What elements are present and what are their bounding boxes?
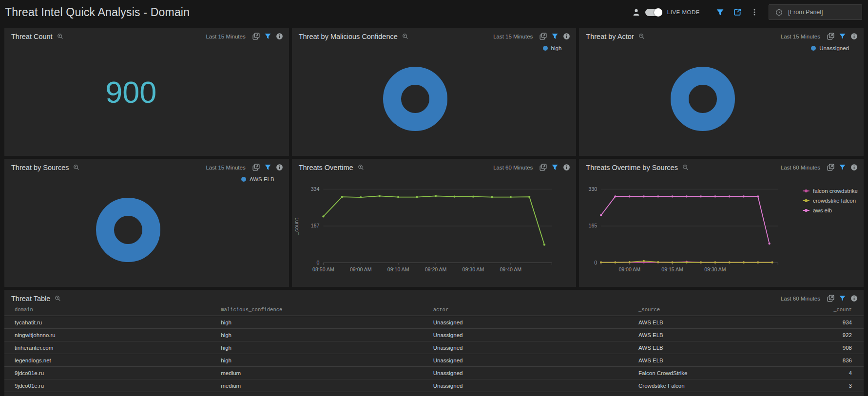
share-icon[interactable] [733, 8, 742, 17]
panel-threat-by-sources: Threat by Sources Last 15 Minutes AWS EL… [4, 159, 289, 287]
info-icon[interactable] [850, 164, 858, 171]
chart-legend[interactable]: high [543, 45, 562, 51]
open-in-new-panel-icon[interactable] [827, 164, 834, 171]
info-icon[interactable] [850, 295, 858, 302]
threat-table-header-row: domainmalicious_confidenceactor_source_c… [4, 303, 864, 316]
zoom-in-icon[interactable] [638, 33, 645, 39]
filter-icon[interactable] [551, 164, 559, 171]
more-options-icon[interactable] [751, 8, 758, 16]
dashboard-title: Threat Intel Quick Analysis - Domain [5, 6, 190, 19]
zoom-in-icon[interactable] [402, 33, 408, 39]
column-header-domain[interactable]: domain [4, 303, 221, 316]
zoom-in-icon[interactable] [55, 295, 61, 302]
table-cell: tycahatit.ru [4, 316, 221, 329]
clock-icon [775, 9, 783, 16]
svg-text:09:30 AM: 09:30 AM [462, 266, 484, 272]
table-cell: Unassigned [433, 354, 638, 367]
table-row[interactable]: legendlogs.nethighUnassignedAWS ELB836 [4, 354, 864, 367]
panel-title: Threat by Malicious Confidence [299, 33, 398, 40]
table-cell: 922 [805, 329, 864, 341]
legend-swatch [803, 200, 810, 201]
panel-title: Threat Table [11, 295, 50, 302]
info-icon[interactable] [850, 33, 858, 40]
info-icon[interactable] [563, 33, 570, 40]
column-header-_count[interactable]: _count [805, 303, 864, 316]
legend-item[interactable]: falcon crowdstrike [803, 188, 858, 194]
column-header-malicious_confidence[interactable]: malicious_confidence [221, 303, 433, 316]
table-row[interactable]: tinheranter.comhighUnassignedAWS ELB908 [4, 341, 864, 354]
filter-icon[interactable] [264, 33, 271, 40]
donut-chart[interactable] [671, 67, 735, 131]
svg-text:09:30 AM: 09:30 AM [704, 266, 726, 272]
open-in-new-panel-icon[interactable] [540, 33, 547, 40]
table-row[interactable]: tycahatit.ruhighUnassignedAWS ELB934 [4, 316, 864, 329]
svg-text:0: 0 [595, 260, 598, 265]
chart-legend[interactable]: AWS ELB [241, 176, 274, 182]
zoom-in-icon[interactable] [73, 164, 79, 170]
filter-icon[interactable] [264, 164, 271, 171]
svg-text:09:15 AM: 09:15 AM [662, 266, 683, 272]
table-row[interactable]: 9jdco01e.rumediumUnassignedFalcon CrowdS… [4, 367, 864, 379]
table-cell: AWS ELB [638, 354, 805, 367]
column-header-_source[interactable]: _source [638, 303, 805, 316]
column-header-actor[interactable]: actor [433, 303, 638, 316]
info-icon[interactable] [276, 164, 283, 171]
table-cell: Unassigned [433, 367, 638, 379]
filter-icon[interactable] [551, 33, 559, 40]
live-mode-toggle[interactable] [645, 9, 662, 16]
info-icon[interactable] [563, 164, 570, 171]
table-cell: legendlogs.net [4, 354, 221, 367]
svg-text:330: 330 [589, 186, 598, 192]
chart-legend: falcon crowdstrikecrowdstike falconaws e… [803, 188, 858, 213]
svg-text:09:00 AM: 09:00 AM [350, 266, 372, 272]
open-in-new-panel-icon[interactable] [252, 33, 260, 40]
zoom-in-icon[interactable] [358, 164, 364, 170]
legend-item[interactable]: aws elb [803, 207, 858, 213]
legend-label: falcon crowdstrike [813, 188, 858, 194]
legend-label: Unassigned [819, 45, 849, 51]
legend-label: aws elb [813, 207, 832, 213]
info-icon[interactable] [276, 33, 283, 40]
open-in-new-panel-icon[interactable] [827, 33, 834, 40]
legend-label: AWS ELB [250, 176, 274, 182]
legend-swatch [803, 210, 810, 211]
time-range-label: Last 15 Minutes [206, 165, 245, 170]
zoom-in-icon[interactable] [57, 33, 63, 39]
threat-table: domainmalicious_confidenceactor_source_c… [4, 303, 864, 396]
table-cell: 934 [805, 316, 864, 329]
panel-threat-by-actor: Threat by Actor Last 15 Minutes Unassign… [579, 28, 864, 156]
svg-text:09:20 AM: 09:20 AM [424, 266, 446, 272]
donut-chart[interactable] [383, 67, 447, 131]
legend-item[interactable]: crowdstike falcon [803, 198, 858, 204]
open-in-new-panel-icon[interactable] [540, 164, 547, 171]
top-bar-controls: LIVE MODE [From Panel] [632, 4, 862, 20]
open-in-new-panel-icon[interactable] [252, 164, 260, 171]
threats-overtime-line-chart[interactable]: 0167334_count08:50 AM09:00 AM09:10 AM09:… [292, 172, 577, 287]
user-icon[interactable] [632, 8, 640, 17]
legend-dot [811, 46, 816, 51]
zoom-in-icon[interactable] [682, 164, 689, 170]
open-in-new-panel-icon[interactable] [827, 295, 834, 302]
table-row[interactable]: 9jdco01e.rumediumUnassignedCrowdstike Fa… [4, 379, 864, 392]
filter-icon[interactable] [839, 295, 846, 302]
chart-legend[interactable]: Unassigned [811, 45, 849, 51]
table-cell: medium [221, 379, 433, 392]
table-row[interactable]: ningwitjohnno.ruhighUnassignedAWS ELB922 [4, 329, 864, 341]
time-range-selector[interactable]: [From Panel] [769, 4, 862, 20]
table-cell: AWS ELB [638, 329, 805, 341]
svg-text:165: 165 [589, 223, 598, 228]
table-cell: 836 [805, 354, 864, 367]
time-range-label: Last 15 Minutes [493, 34, 533, 39]
table-cell: Falcon CrowdStrike [638, 367, 805, 379]
filter-icon[interactable] [839, 33, 846, 40]
time-range-selector-label: [From Panel] [788, 9, 823, 16]
filter-icon[interactable] [839, 164, 846, 171]
table-cell: 4 [805, 367, 864, 379]
table-cell: tinheranter.com [4, 341, 221, 354]
donut-chart[interactable] [96, 198, 160, 262]
table-cell: ningwitjohnno.ru [4, 329, 221, 341]
time-range-label: Last 60 Minutes [781, 165, 820, 170]
panel-title: Threat by Sources [11, 164, 69, 171]
filter-icon[interactable] [716, 8, 724, 17]
panel-threat-table: Threat Table Last 60 Minutes domainmalic… [4, 290, 864, 396]
